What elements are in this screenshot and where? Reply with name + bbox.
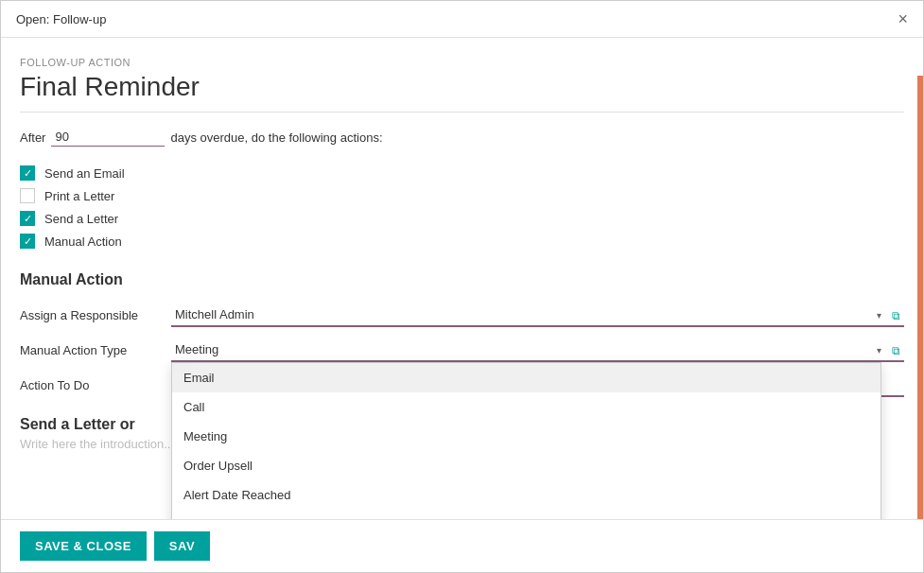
dropdown-item-call[interactable]: Call <box>172 392 880 422</box>
checkbox-row-manual-action: Manual Action <box>20 234 904 249</box>
right-stripe <box>917 76 923 519</box>
save-button[interactable]: SAV <box>154 531 210 561</box>
action-type-row: Manual Action Type ▾ ⧉ Email Call Meetin… <box>20 339 904 362</box>
checkbox-send-letter[interactable] <box>20 211 35 226</box>
action-type-label: Manual Action Type <box>20 343 171 357</box>
action-type-dropdown: Email Call Meeting Order Upsell Alert Da… <box>171 362 881 519</box>
modal-header: Open: Follow-up × <box>1 1 923 38</box>
dropdown-item-order-upsell[interactable]: Order Upsell <box>172 451 880 480</box>
days-overdue-row: After days overdue, do the following act… <box>20 128 904 147</box>
modal-footer: SAVE & CLOSE SAV <box>1 519 923 572</box>
save-close-button[interactable]: SAVE & CLOSE <box>20 531 147 561</box>
main-title: Final Reminder <box>20 72 904 113</box>
dropdown-item-alert-date[interactable]: Alert Date Reached <box>172 480 880 510</box>
checkbox-row-print-letter: Print a Letter <box>20 188 904 203</box>
modal-title: Open: Follow-up <box>16 12 106 26</box>
action-type-ext-link-icon[interactable]: ⧉ <box>892 344 900 357</box>
checkbox-send-email[interactable] <box>20 165 35 181</box>
checkboxes-section: Send an Email Print a Letter Send a Lett… <box>20 165 904 249</box>
checkbox-label-manual-action: Manual Action <box>44 234 122 249</box>
assign-ext-link-icon[interactable]: ⧉ <box>892 309 900 322</box>
checkbox-row-send-letter: Send a Letter <box>20 211 904 226</box>
days-prefix: After <box>20 130 45 145</box>
dropdown-item-meeting[interactable]: Meeting <box>172 422 880 451</box>
assign-field: ▾ ⧉ <box>171 304 904 327</box>
assign-input[interactable] <box>171 304 904 327</box>
days-input[interactable] <box>51 128 165 147</box>
manual-action-heading: Manual Action <box>20 271 904 288</box>
checkbox-print-letter[interactable] <box>20 188 35 203</box>
checkbox-label-print-letter: Print a Letter <box>44 189 114 203</box>
action-to-do-label: Action To Do <box>20 378 171 392</box>
assign-label: Assign a Responsible <box>20 308 171 322</box>
section-label: Follow-Up Action <box>20 57 904 68</box>
close-button[interactable]: × <box>898 10 908 27</box>
days-suffix: days overdue, do the following actions: <box>170 130 382 145</box>
assign-responsible-row: Assign a Responsible ▾ ⧉ <box>20 304 904 327</box>
action-type-field: ▾ ⧉ Email Call Meeting Order Upsell Aler… <box>171 339 904 362</box>
action-type-input[interactable] <box>171 339 904 362</box>
checkbox-label-send-email: Send an Email <box>44 166 125 181</box>
checkbox-manual-action[interactable] <box>20 234 35 249</box>
checkbox-row-send-email: Send an Email <box>20 165 904 181</box>
modal-body: Follow-Up Action Final Reminder After da… <box>1 38 923 519</box>
dropdown-item-to-do[interactable]: To Do <box>172 510 880 519</box>
checkbox-label-send-letter: Send a Letter <box>44 212 118 226</box>
dropdown-item-email[interactable]: Email <box>172 363 880 392</box>
